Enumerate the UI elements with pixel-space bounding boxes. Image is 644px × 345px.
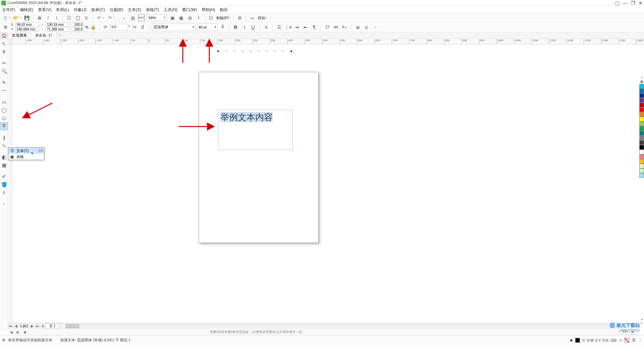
color-swatch[interactable] <box>639 117 644 121</box>
color-swatch[interactable] <box>639 126 644 131</box>
scale-x-input[interactable] <box>70 22 84 27</box>
color-swatch[interactable] <box>639 121 644 126</box>
status-gear-icon[interactable]: ⚙ <box>2 338 5 342</box>
connector-tool[interactable]: ⤡ <box>0 142 8 150</box>
x-input[interactable] <box>15 22 39 27</box>
page[interactable] <box>199 72 319 243</box>
menu-buy[interactable]: 购买 <box>220 7 228 13</box>
align-left-button[interactable]: ≡ <box>263 23 270 31</box>
pick-tool[interactable]: ↖ <box>0 40 8 48</box>
font-size-select[interactable]: 48 pt▾ <box>197 23 218 31</box>
color-swatch[interactable] <box>639 112 644 117</box>
paste-button[interactable]: 📋 <box>74 14 81 21</box>
text-direction-v-button[interactable]: ⫼ <box>363 23 370 31</box>
horizontal-ruler[interactable]: -350-300-250-200-150-100-500501001502002… <box>12 39 644 44</box>
options-button[interactable]: ☑ <box>208 14 214 21</box>
y-input[interactable] <box>15 27 39 32</box>
zoom-level[interactable]: 58%▾ <box>147 14 167 21</box>
minimize-button[interactable]: — <box>623 0 628 6</box>
redo-button[interactable]: ↷ <box>106 14 113 21</box>
snap-button[interactable]: ⫴ <box>195 14 202 21</box>
bold-button[interactable]: B <box>232 23 239 31</box>
shape-tool[interactable]: ↯ <box>0 48 8 56</box>
full-screen-button[interactable]: ▣ <box>169 14 176 21</box>
color-swatch[interactable] <box>639 159 644 164</box>
page-prev-button[interactable]: ◀ <box>13 324 19 329</box>
flyout-text-tool[interactable]: 字 文本(T) F8 <box>8 148 44 154</box>
color-swatch[interactable] <box>639 84 644 89</box>
menu-file[interactable]: 文件(F) <box>2 7 15 13</box>
undo-button[interactable]: ↶ <box>96 14 102 21</box>
page-first-button[interactable]: ⏮ <box>8 324 13 329</box>
paste-dropdown[interactable]: 粘贴(P) <box>216 15 229 20</box>
palette-flyout-button[interactable]: ▸ <box>639 322 644 325</box>
outline-tool[interactable]: ◊ <box>0 189 8 197</box>
new-button[interactable]: 🗋 <box>2 14 9 21</box>
zoom-tool[interactable]: 🔍 <box>0 67 8 75</box>
polygon-tool[interactable]: ⬠ <box>0 114 8 122</box>
mirror-h-button[interactable]: ⇋ <box>131 24 138 31</box>
pdf-button[interactable]: PDF <box>138 14 145 21</box>
vertical-ruler[interactable] <box>8 44 12 331</box>
color-swatch[interactable] <box>639 103 644 107</box>
print-button[interactable]: 🖶 <box>36 14 43 21</box>
scrollbar-thumb[interactable] <box>66 324 79 328</box>
parallel-tool[interactable]: ∥ <box>0 134 8 142</box>
launch-icon[interactable]: ▭ <box>249 14 256 21</box>
color-swatch[interactable] <box>639 93 644 98</box>
align-button[interactable]: ▥ <box>129 14 136 21</box>
bullet-list-button[interactable]: ☰ <box>276 23 283 31</box>
canvas[interactable]: ◣ ⌙ ⌙ ⌙ ⌙ ⌙ ⌙ ⌙ ⌙ ◢ 举例文本内容 <box>12 44 639 331</box>
color-swatch[interactable] <box>639 98 644 103</box>
text-direction-h-button[interactable]: ≣ <box>354 23 362 31</box>
lock-ratio-button[interactable]: 🔒 <box>90 24 97 31</box>
outline-icon[interactable]: ◇ <box>619 338 622 342</box>
rotation-input[interactable] <box>110 24 127 31</box>
outdent-button[interactable]: ⇤ <box>302 23 309 31</box>
open-button[interactable]: 📂 <box>13 14 19 21</box>
number-list-button[interactable]: ⋮≡ <box>284 23 292 31</box>
minimize-doc-icon[interactable]: ▢ <box>615 0 620 6</box>
no-color-swatch[interactable]: ⊠ <box>639 79 644 84</box>
artistic-media-tool[interactable]: 〰 <box>0 87 8 95</box>
grid-button[interactable]: ▦ <box>178 14 184 21</box>
search-button[interactable]: ⌕ <box>121 14 127 21</box>
tab-add-button[interactable]: ＋ <box>56 33 63 38</box>
save-button[interactable]: 💾 <box>23 14 30 21</box>
flyout-table-tool[interactable]: ▦ 表格 <box>8 154 44 160</box>
dropshadow-tool[interactable]: ◧ <box>0 153 8 161</box>
horizontal-scrollbar[interactable] <box>66 324 639 328</box>
text-tool[interactable]: 字 <box>0 122 8 130</box>
maximize-button[interactable]: ❐ <box>631 0 635 6</box>
outline-color-swatch[interactable] <box>625 338 629 343</box>
export-button[interactable]: ⤴ <box>45 14 51 21</box>
color-swatch[interactable] <box>639 168 644 173</box>
ellipse-tool[interactable]: ◯ <box>0 106 8 114</box>
tab-document[interactable]: 未命名 -1* <box>31 32 56 39</box>
palette-up-button[interactable]: ▴ <box>639 76 644 79</box>
text-props-button[interactable]: ab| <box>332 23 340 31</box>
width-input[interactable] <box>46 22 69 27</box>
palette-down-button[interactable]: ▾ <box>639 318 644 322</box>
add-button[interactable]: ＋ <box>372 23 379 31</box>
color-swatch[interactable] <box>639 145 644 150</box>
text-tab-ruler[interactable]: ◣ ⌙ ⌙ ⌙ ⌙ ⌙ ⌙ ⌙ ⌙ ◢ <box>217 48 294 52</box>
menu-help[interactable]: 帮助(H) <box>202 7 215 13</box>
color-swatch[interactable] <box>639 89 644 93</box>
color-swatch[interactable] <box>639 154 644 159</box>
menu-window[interactable]: 窗口(W) <box>182 7 197 13</box>
freehand-tool[interactable]: ✎ <box>0 79 8 87</box>
launch-dropdown[interactable]: 启动 <box>258 15 265 20</box>
color-swatch[interactable] <box>639 131 644 136</box>
scale-y-input[interactable] <box>70 27 84 32</box>
menu-bitmap[interactable]: 位图(B) <box>110 7 123 13</box>
fill-color-swatch[interactable] <box>575 338 580 343</box>
italic-button[interactable]: I <box>241 23 248 31</box>
nav-prev-icon[interactable]: ◀ <box>10 330 13 334</box>
variable-font-button[interactable]: O <box>324 23 331 31</box>
page-add-button[interactable]: ⊕ <box>40 324 46 329</box>
guides-button[interactable]: ⊞ <box>186 14 193 21</box>
dropcap-button[interactable]: ¶ <box>311 23 318 31</box>
page-next-button[interactable]: ▶ <box>30 324 35 329</box>
tab-welcome[interactable]: 欢迎屏幕 <box>8 32 31 39</box>
